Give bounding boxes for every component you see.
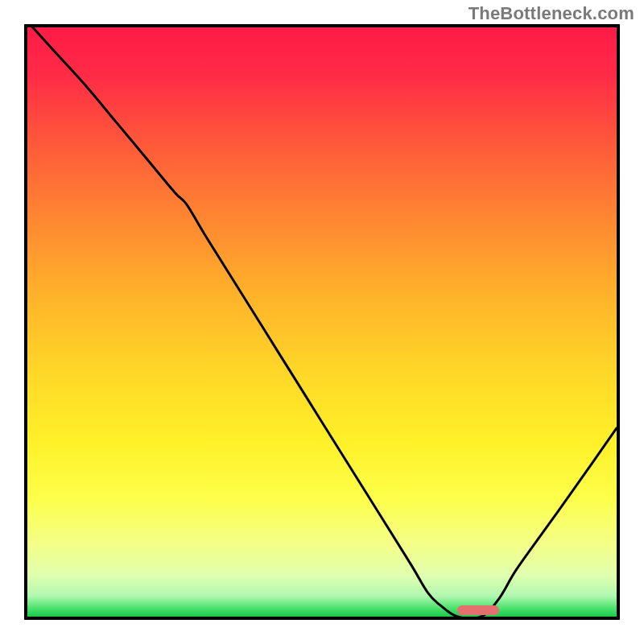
optimal-range-marker	[457, 605, 498, 615]
bottleneck-chart	[24, 24, 620, 620]
watermark-text: TheBottleneck.com	[469, 3, 634, 24]
bottleneck-curve	[27, 27, 617, 617]
